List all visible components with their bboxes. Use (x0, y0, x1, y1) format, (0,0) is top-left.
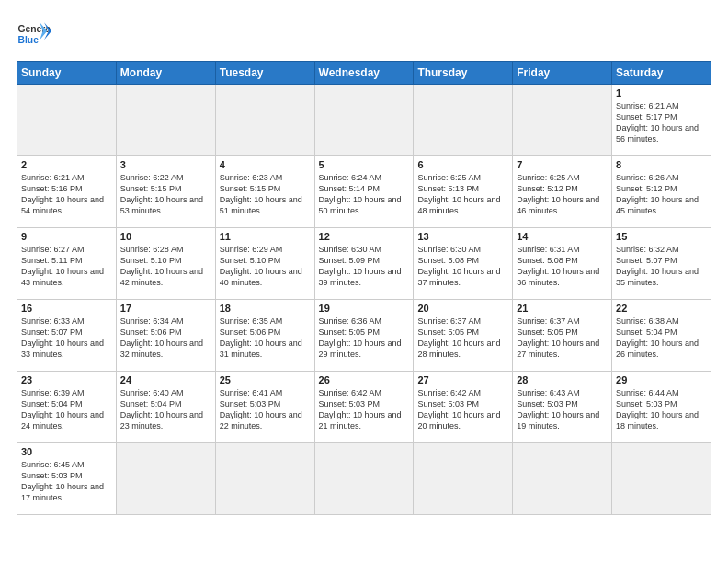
day-number: 11 (220, 231, 311, 242)
day-number: 12 (319, 231, 410, 242)
col-header-friday: Friday (513, 62, 612, 85)
calendar-cell (612, 443, 711, 515)
day-info: Sunrise: 6:27 AM Sunset: 5:11 PM Dayligh… (21, 244, 112, 289)
day-info: Sunrise: 6:39 AM Sunset: 5:04 PM Dayligh… (21, 387, 112, 432)
calendar-cell (17, 85, 117, 156)
calendar-cell: 29Sunrise: 6:44 AM Sunset: 5:03 PM Dayli… (612, 372, 711, 443)
col-header-sunday: Sunday (17, 62, 117, 85)
col-header-saturday: Saturday (612, 62, 711, 85)
day-number: 30 (21, 446, 112, 457)
day-info: Sunrise: 6:42 AM Sunset: 5:03 PM Dayligh… (319, 387, 410, 432)
calendar-week-row: 9Sunrise: 6:27 AM Sunset: 5:11 PM Daylig… (17, 228, 711, 300)
calendar-cell: 7Sunrise: 6:25 AM Sunset: 5:12 PM Daylig… (513, 156, 612, 228)
calendar-cell (414, 443, 513, 515)
calendar-cell: 6Sunrise: 6:25 AM Sunset: 5:13 PM Daylig… (414, 156, 513, 228)
day-number: 1 (616, 87, 707, 98)
day-info: Sunrise: 6:43 AM Sunset: 5:03 PM Dayligh… (517, 387, 608, 432)
day-info: Sunrise: 6:41 AM Sunset: 5:03 PM Dayligh… (220, 387, 311, 432)
col-header-thursday: Thursday (414, 62, 513, 85)
svg-text:Blue: Blue (18, 35, 40, 45)
day-number: 17 (120, 303, 211, 314)
col-header-monday: Monday (116, 62, 215, 85)
calendar-cell: 30Sunrise: 6:45 AM Sunset: 5:03 PM Dayli… (17, 443, 117, 515)
day-number: 18 (220, 303, 311, 314)
generalblue-logo-icon: General Blue (17, 17, 51, 52)
day-number: 26 (319, 374, 410, 385)
day-number: 14 (517, 231, 608, 242)
day-info: Sunrise: 6:25 AM Sunset: 5:12 PM Dayligh… (517, 172, 608, 217)
day-info: Sunrise: 6:34 AM Sunset: 5:06 PM Dayligh… (120, 316, 211, 361)
day-number: 27 (417, 374, 508, 385)
calendar-cell (314, 85, 414, 156)
day-info: Sunrise: 6:44 AM Sunset: 5:03 PM Dayligh… (616, 387, 707, 432)
day-number: 19 (319, 303, 410, 314)
calendar-cell: 18Sunrise: 6:35 AM Sunset: 5:06 PM Dayli… (215, 300, 314, 372)
day-number: 28 (517, 374, 608, 385)
day-number: 15 (616, 231, 707, 242)
calendar-cell: 14Sunrise: 6:31 AM Sunset: 5:08 PM Dayli… (513, 228, 612, 300)
day-info: Sunrise: 6:30 AM Sunset: 5:09 PM Dayligh… (319, 244, 410, 289)
calendar-cell: 26Sunrise: 6:42 AM Sunset: 5:03 PM Dayli… (314, 372, 414, 443)
calendar-cell: 23Sunrise: 6:39 AM Sunset: 5:04 PM Dayli… (17, 372, 117, 443)
calendar-cell: 9Sunrise: 6:27 AM Sunset: 5:11 PM Daylig… (17, 228, 117, 300)
calendar-cell: 5Sunrise: 6:24 AM Sunset: 5:14 PM Daylig… (314, 156, 414, 228)
calendar-week-row: 23Sunrise: 6:39 AM Sunset: 5:04 PM Dayli… (17, 372, 711, 443)
day-number: 13 (417, 231, 508, 242)
calendar-cell: 15Sunrise: 6:32 AM Sunset: 5:07 PM Dayli… (612, 228, 711, 300)
calendar-cell: 13Sunrise: 6:30 AM Sunset: 5:08 PM Dayli… (414, 228, 513, 300)
page: General Blue SundayMondayTuesdayWednesda… (0, 0, 728, 563)
calendar-cell: 8Sunrise: 6:26 AM Sunset: 5:12 PM Daylig… (612, 156, 711, 228)
calendar-cell: 4Sunrise: 6:23 AM Sunset: 5:15 PM Daylig… (215, 156, 314, 228)
calendar-cell (513, 443, 612, 515)
logo: General Blue (17, 17, 51, 52)
calendar-week-row: 30Sunrise: 6:45 AM Sunset: 5:03 PM Dayli… (17, 443, 711, 515)
calendar-week-row: 16Sunrise: 6:33 AM Sunset: 5:07 PM Dayli… (17, 300, 711, 372)
calendar-cell: 2Sunrise: 6:21 AM Sunset: 5:16 PM Daylig… (17, 156, 117, 228)
calendar-cell: 17Sunrise: 6:34 AM Sunset: 5:06 PM Dayli… (116, 300, 215, 372)
calendar-cell: 10Sunrise: 6:28 AM Sunset: 5:10 PM Dayli… (116, 228, 215, 300)
calendar-cell: 22Sunrise: 6:38 AM Sunset: 5:04 PM Dayli… (612, 300, 711, 372)
day-info: Sunrise: 6:40 AM Sunset: 5:04 PM Dayligh… (120, 387, 211, 432)
day-info: Sunrise: 6:24 AM Sunset: 5:14 PM Dayligh… (319, 172, 410, 217)
calendar-cell: 20Sunrise: 6:37 AM Sunset: 5:05 PM Dayli… (414, 300, 513, 372)
day-number: 8 (616, 159, 707, 170)
day-info: Sunrise: 6:23 AM Sunset: 5:15 PM Dayligh… (220, 172, 311, 217)
day-info: Sunrise: 6:33 AM Sunset: 5:07 PM Dayligh… (21, 316, 112, 361)
day-number: 24 (120, 374, 211, 385)
calendar-cell: 24Sunrise: 6:40 AM Sunset: 5:04 PM Dayli… (116, 372, 215, 443)
col-header-wednesday: Wednesday (314, 62, 414, 85)
day-number: 10 (120, 231, 211, 242)
day-number: 29 (616, 374, 707, 385)
day-number: 22 (616, 303, 707, 314)
calendar-cell (116, 85, 215, 156)
calendar-cell: 3Sunrise: 6:22 AM Sunset: 5:15 PM Daylig… (116, 156, 215, 228)
calendar-cell: 16Sunrise: 6:33 AM Sunset: 5:07 PM Dayli… (17, 300, 117, 372)
day-info: Sunrise: 6:25 AM Sunset: 5:13 PM Dayligh… (417, 172, 508, 217)
day-info: Sunrise: 6:38 AM Sunset: 5:04 PM Dayligh… (616, 316, 707, 361)
day-number: 9 (21, 231, 112, 242)
calendar-cell (314, 443, 414, 515)
day-number: 3 (120, 159, 211, 170)
calendar-cell: 21Sunrise: 6:37 AM Sunset: 5:05 PM Dayli… (513, 300, 612, 372)
header: General Blue (17, 17, 711, 52)
day-info: Sunrise: 6:42 AM Sunset: 5:03 PM Dayligh… (417, 387, 508, 432)
calendar-cell: 28Sunrise: 6:43 AM Sunset: 5:03 PM Dayli… (513, 372, 612, 443)
day-number: 20 (417, 303, 508, 314)
calendar-cell: 27Sunrise: 6:42 AM Sunset: 5:03 PM Dayli… (414, 372, 513, 443)
calendar-cell: 12Sunrise: 6:30 AM Sunset: 5:09 PM Dayli… (314, 228, 414, 300)
col-header-tuesday: Tuesday (215, 62, 314, 85)
day-info: Sunrise: 6:21 AM Sunset: 5:16 PM Dayligh… (21, 172, 112, 217)
day-info: Sunrise: 6:29 AM Sunset: 5:10 PM Dayligh… (220, 244, 311, 289)
calendar-table: SundayMondayTuesdayWednesdayThursdayFrid… (17, 61, 711, 515)
calendar-cell (414, 85, 513, 156)
calendar-cell (513, 85, 612, 156)
day-number: 4 (220, 159, 311, 170)
calendar-cell (215, 85, 314, 156)
day-number: 21 (517, 303, 608, 314)
day-number: 25 (220, 374, 311, 385)
day-info: Sunrise: 6:37 AM Sunset: 5:05 PM Dayligh… (417, 316, 508, 361)
calendar-cell: 19Sunrise: 6:36 AM Sunset: 5:05 PM Dayli… (314, 300, 414, 372)
day-info: Sunrise: 6:21 AM Sunset: 5:17 PM Dayligh… (616, 100, 707, 145)
day-info: Sunrise: 6:35 AM Sunset: 5:06 PM Dayligh… (220, 316, 311, 361)
day-info: Sunrise: 6:45 AM Sunset: 5:03 PM Dayligh… (21, 459, 112, 504)
